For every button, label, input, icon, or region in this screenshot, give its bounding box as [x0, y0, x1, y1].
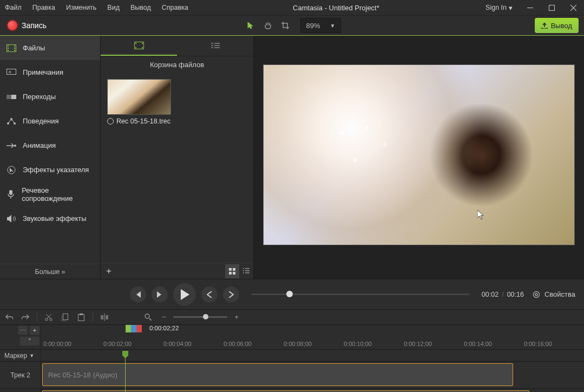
microphone-icon	[6, 190, 15, 199]
zoom-slider[interactable]	[173, 316, 227, 318]
sidebar-item-transitions[interactable]: Переходы	[0, 84, 100, 109]
svg-rect-24	[229, 268, 232, 271]
preview-canvas[interactable]	[263, 64, 575, 245]
menu-modify[interactable]: Изменить	[61, 2, 101, 14]
prev-clip-button[interactable]	[201, 286, 218, 303]
edit-tool-crop[interactable]	[278, 18, 293, 33]
sidebar-item-label: Эффекты указателя	[23, 166, 89, 174]
svg-text:a: a	[9, 69, 11, 74]
zoom-search-icon	[142, 311, 154, 323]
svg-rect-1	[549, 5, 554, 10]
properties-button[interactable]: Свойства	[533, 290, 575, 298]
sidebar-item-audio-effects[interactable]: Звуковые эффекты	[0, 206, 100, 231]
svg-rect-22	[135, 47, 136, 48]
redo-button[interactable]	[19, 311, 31, 323]
menu-file[interactable]: Файл	[0, 2, 27, 14]
bin-header: Корзина файлов	[101, 56, 253, 73]
window-title: Camtasia - Untitled Project*	[193, 4, 479, 12]
playhead-time: 0:00:02;22	[149, 325, 179, 331]
bin-tab-library[interactable]	[177, 36, 253, 56]
edit-tool-pan[interactable]	[260, 18, 275, 33]
sidebar-item-behaviors[interactable]: Поведения	[0, 109, 100, 133]
svg-rect-11	[6, 95, 11, 99]
zoom-out-button[interactable]: −	[158, 311, 170, 323]
next-frame-button[interactable]	[152, 286, 168, 303]
time-display: 00:02/00:16	[482, 291, 524, 298]
paste-button[interactable]	[75, 311, 87, 323]
signin-button[interactable]: Sign In ▾	[479, 4, 519, 12]
cut-button[interactable]	[43, 311, 55, 323]
speaker-icon	[6, 214, 16, 224]
track-2-label[interactable]: Трек 2	[0, 362, 41, 388]
sidebar-item-label: Переходы	[23, 93, 56, 101]
sidebar-item-label: Анимация	[23, 141, 56, 149]
menu-help[interactable]: Справка	[157, 2, 193, 14]
playhead-line	[125, 357, 126, 392]
track-options-button[interactable]: ⋯	[18, 326, 28, 335]
svg-rect-3	[8, 45, 9, 47]
timeline-ruler[interactable]: 0:00:02;22 0:00:00;00 0:00:02;00 0:00:04…	[41, 325, 584, 349]
svg-rect-0	[527, 8, 533, 8]
svg-rect-35	[101, 315, 103, 319]
output-button[interactable]: Вывод	[535, 18, 579, 33]
svg-rect-33	[78, 314, 84, 321]
svg-rect-12	[11, 95, 16, 99]
cursor-fx-icon	[6, 165, 16, 175]
record-button[interactable]: Запись	[0, 16, 54, 35]
sidebar-item-cursor-effects[interactable]: Эффекты указателя	[0, 158, 100, 182]
menu-view[interactable]: Вид	[102, 2, 124, 14]
split-button[interactable]	[99, 311, 110, 323]
marker-row-label[interactable]: Маркер▼	[0, 350, 41, 361]
animation-icon	[6, 141, 16, 151]
sidebar-item-files[interactable]: Файлы	[0, 36, 100, 60]
svg-rect-27	[233, 272, 235, 275]
seek-slider[interactable]	[251, 293, 470, 295]
svg-rect-26	[229, 272, 232, 275]
collapse-tracks-button[interactable]: ˄	[20, 337, 40, 345]
sidebar-item-animations[interactable]: Анимация	[0, 133, 100, 158]
play-button[interactable]	[173, 283, 196, 306]
sidebar-item-label: Речевое сопровождение	[22, 186, 94, 202]
media-clip-item[interactable]: Rec 05-15-18.trec	[107, 79, 171, 125]
close-button[interactable]	[562, 0, 584, 15]
record-label: Запись	[22, 21, 47, 30]
sidebar-item-label: Звуковые эффекты	[23, 214, 87, 223]
transitions-icon	[6, 92, 16, 102]
edit-tool-select[interactable]	[243, 18, 258, 33]
svg-rect-4	[8, 48, 9, 49]
playhead-marker[interactable]: 0:00:02;22	[126, 325, 142, 332]
menu-output[interactable]: Вывод	[126, 2, 156, 14]
bin-tab-media[interactable]	[101, 36, 177, 56]
add-track-button[interactable]: +	[30, 326, 40, 335]
grid-view-button[interactable]	[225, 264, 239, 278]
undo-button[interactable]	[3, 311, 15, 323]
sidebar-item-voice[interactable]: Речевое сопровождение	[0, 182, 100, 206]
behaviors-icon	[6, 116, 16, 126]
svg-rect-6	[14, 45, 15, 47]
sidebar-more-button[interactable]: Больше »	[0, 264, 100, 279]
zoom-in-button[interactable]: +	[231, 311, 242, 323]
svg-rect-21	[142, 43, 143, 44]
sidebar-item-label: Файлы	[23, 44, 45, 52]
timeline-clip-audio[interactable]: Rec 05-15-18 (Аудио)	[42, 363, 513, 386]
clip-thumbnail	[107, 79, 171, 115]
sidebar-item-annotations[interactable]: a Примечания	[0, 60, 100, 84]
svg-rect-5	[8, 50, 9, 51]
maximize-button[interactable]	[541, 0, 562, 15]
next-clip-button[interactable]	[223, 286, 239, 303]
svg-rect-8	[14, 50, 15, 51]
zoom-select[interactable]: 89%▼	[300, 18, 342, 33]
gear-icon	[533, 291, 540, 298]
prev-frame-button[interactable]	[130, 286, 146, 303]
add-media-button[interactable]: +	[101, 263, 117, 279]
seek-thumb[interactable]	[286, 291, 293, 297]
clip-filename: Rec 05-15-18.trec	[116, 117, 170, 125]
list-view-button[interactable]	[239, 264, 253, 278]
record-icon	[8, 21, 17, 30]
menu-edit[interactable]: Правка	[28, 2, 60, 14]
svg-rect-7	[14, 48, 15, 49]
track-1-label[interactable]: Трек 1	[0, 389, 41, 392]
svg-rect-20	[135, 43, 136, 44]
minimize-button[interactable]	[519, 0, 541, 15]
copy-button[interactable]	[59, 311, 71, 323]
